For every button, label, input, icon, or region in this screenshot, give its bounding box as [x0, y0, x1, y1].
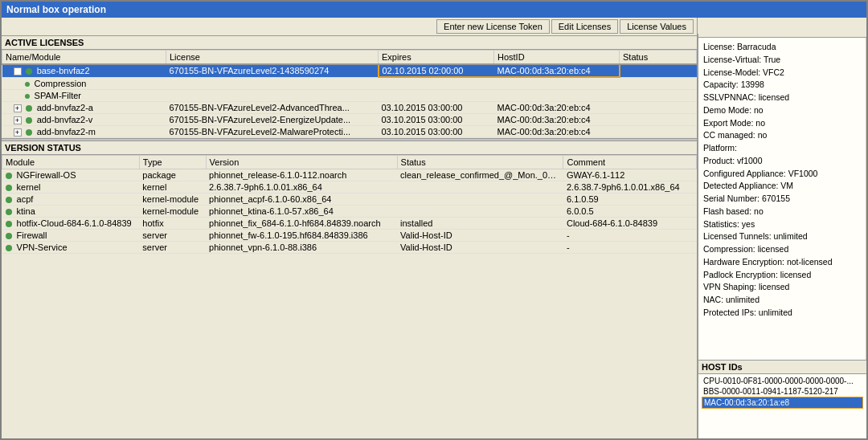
status-bullet [6, 221, 12, 227]
ver-status-cell [397, 205, 563, 217]
ver-module-cell: Firewall [2, 229, 140, 241]
version-row[interactable]: Firewall server phionnet_fw-6.1.0-195.hf… [2, 229, 697, 241]
main-content: Enter new License Token Edit Licenses Li… [2, 18, 866, 438]
license-row[interactable]: SPAM-Filter [2, 89, 697, 101]
license-row[interactable]: − base-bnvfaz2 670155-BN-VFAzureLevel2-1… [2, 64, 697, 77]
status-cell [620, 64, 697, 77]
ver-comment-cell: - [563, 241, 697, 253]
module-name: base-bnvfaz2 [37, 66, 90, 75]
hostid-cell: MAC-00:0d:3a:20:eb:c4 [494, 125, 620, 137]
module-name: add-bnvfaz2-m [37, 127, 96, 136]
active-licenses-table: Name/Module License Expires HostID Statu… [2, 50, 697, 138]
edit-licenses-button[interactable]: Edit Licenses [551, 19, 618, 34]
license-name-cell: + add-bnvfaz2-a [2, 101, 166, 113]
license-value-line: Hardware Encryption: not-licensed [703, 256, 861, 269]
version-row[interactable]: NGFirewall-OS package phionnet_release-6… [2, 169, 697, 181]
ver-comment-cell: Cloud-684-6.1.0-84839 [563, 217, 697, 229]
host-id-row[interactable]: CPU-0010-0F81-0000-0000-0000-0000-... [702, 376, 863, 386]
hostid-cell [494, 77, 620, 89]
ver-type-cell: server [139, 241, 206, 253]
module-name: acpf [17, 194, 34, 204]
col-hostid: HostID [494, 51, 620, 65]
ver-version-cell: phionnet_release-6.1.0-112.noarch [206, 169, 397, 181]
host-ids-content[interactable]: CPU-0010-0F81-0000-0000-0000-0000-...BBS… [698, 374, 866, 438]
ver-module-cell: acpf [2, 193, 140, 205]
toolbar: Enter new License Token Edit Licenses Li… [2, 18, 697, 36]
status-cell [620, 125, 697, 137]
ver-type-cell: server [139, 229, 206, 241]
expand-icon[interactable]: + [14, 116, 22, 124]
ver-type-cell: kernel-module [139, 193, 206, 205]
ver-type-cell: kernel [139, 181, 206, 193]
version-status-header: VERSION STATUS [2, 141, 697, 155]
module-name: ktina [17, 206, 35, 216]
license-row[interactable]: + add-bnvfaz2-a 670155-BN-VFAzureLevel2-… [2, 101, 697, 113]
host-id-row[interactable]: BBS-0000-0011-0941-1187-5120-217 [702, 386, 863, 397]
version-row[interactable]: VPN-Service server phionnet_vpn-6.1.0-88… [2, 241, 697, 253]
license-row[interactable]: + add-bnvfaz2-v 670155-BN-VFAzureLevel2-… [2, 113, 697, 125]
ver-comment-cell: 6.1.0.59 [563, 193, 697, 205]
version-row[interactable]: kernel kernel 2.6.38.7-9ph6.1.0.01.x86_6… [2, 181, 697, 193]
license-name-cell: − base-bnvfaz2 [2, 64, 166, 77]
status-bullet [26, 105, 32, 112]
version-status-table: Module Type Version Status Comment NGFir… [2, 155, 697, 254]
module-name: add-bnvfaz2-v [37, 115, 93, 124]
status-bullet [6, 197, 12, 203]
license-values-content: License: BarracudaLicense-Virtual: TrueL… [698, 38, 866, 360]
license-value-line: VPN Shaping: licensed [703, 281, 861, 294]
license-values-button[interactable]: License Values [620, 19, 694, 34]
license-value-line: CC managed: no [703, 129, 861, 142]
license-name-cell: + add-bnvfaz2-m [2, 125, 166, 137]
ver-type-cell: hotfix [139, 217, 206, 229]
ver-status-cell: clean_release_confirmed_@_Mon._03_Aug_20… [397, 169, 563, 181]
ver-type-cell: package [139, 169, 206, 181]
ver-comment-cell: 6.0.0.5 [563, 205, 697, 217]
license-value-line: Protected IPs: unlimited [703, 307, 861, 320]
expires-cell: 02.10.2015 02:00:00 [379, 64, 494, 77]
version-status-section: VERSION STATUS Module Type Version Statu… [2, 141, 697, 438]
module-name: Compression [35, 79, 87, 88]
ver-status-cell: Valid-Host-ID [397, 229, 563, 241]
license-value-line: Demo Mode: no [703, 104, 861, 117]
license-value-line: Compression: licensed [703, 243, 861, 256]
version-row[interactable]: ktina kernel-module phionnet_ktina-6.1.0… [2, 205, 697, 217]
status-cell [620, 113, 697, 125]
ver-module-cell: NGFirewall-OS [2, 169, 140, 181]
status-bullet [26, 68, 32, 75]
version-table-container[interactable]: Module Type Version Status Comment NGFir… [2, 155, 697, 438]
ver-type-cell: kernel-module [139, 205, 206, 217]
ver-col-comment: Comment [563, 155, 697, 169]
active-licenses-header-row: Name/Module License Expires HostID Statu… [2, 51, 697, 65]
status-bullet [6, 209, 12, 215]
module-name: Firewall [17, 230, 47, 240]
license-value-cell: 670155-BN-VFAzureLevel2-1438590274 [166, 64, 379, 77]
expand-icon[interactable]: − [14, 67, 22, 75]
col-status: Status [620, 51, 697, 65]
ver-col-version: Version [206, 155, 397, 169]
status-bullet [6, 173, 12, 179]
expires-cell: 03.10.2015 03:00:00 [379, 101, 494, 113]
host-ids-header: HOST IDs [698, 360, 866, 374]
enter-license-button[interactable]: Enter new License Token [436, 19, 550, 34]
ver-col-status: Status [397, 155, 563, 169]
license-row[interactable]: Compression [2, 77, 697, 89]
ver-version-cell: phionnet_acpf-6.1.0-60.x86_64 [206, 193, 397, 205]
expand-icon[interactable]: + [14, 128, 22, 136]
status-bullet [26, 129, 32, 136]
license-value-cell [166, 77, 379, 89]
active-licenses-table-container[interactable]: Name/Module License Expires HostID Statu… [2, 50, 697, 138]
version-row[interactable]: acpf kernel-module phionnet_acpf-6.1.0-6… [2, 193, 697, 205]
status-bullet [6, 245, 12, 251]
ver-module-cell: VPN-Service [2, 241, 140, 253]
version-row[interactable]: hotfix-Cloud-684-6.1.0-84839 hotfix phio… [2, 217, 697, 229]
module-name: hotfix-Cloud-684-6.1.0-84839 [17, 218, 132, 228]
license-row[interactable]: + add-bnvfaz2-m 670155-BN-VFAzureLevel2-… [2, 125, 697, 137]
host-id-row[interactable]: MAC-00:0d:3a:20:1a:e8 [702, 397, 863, 409]
hostid-cell [494, 89, 620, 101]
hostid-cell: MAC-00:0d:3a:20:eb:c4 [494, 64, 620, 77]
ver-col-module: Module [2, 155, 140, 169]
version-header-row: Module Type Version Status Comment [2, 155, 697, 169]
hostid-cell: MAC-00:0d:3a:20:eb:c4 [494, 113, 620, 125]
license-value-line: Export Mode: no [703, 117, 861, 130]
expand-icon[interactable]: + [14, 104, 22, 112]
